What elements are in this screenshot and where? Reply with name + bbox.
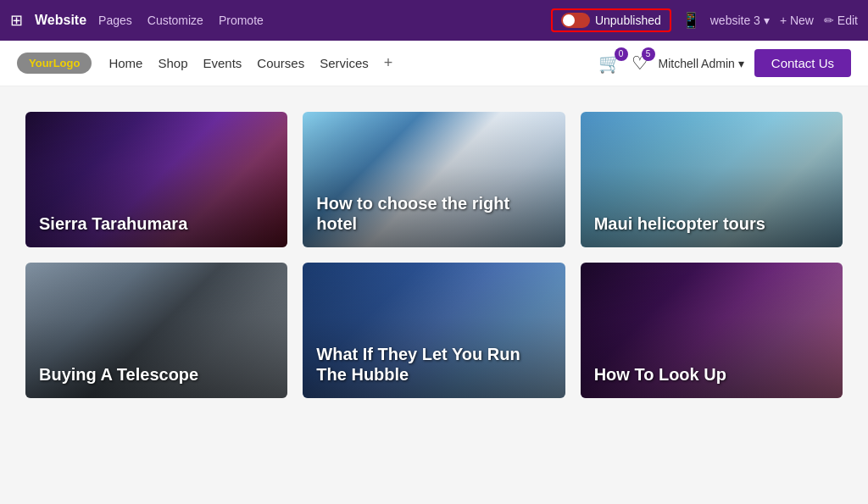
admin-nav: Pages Customize Promote: [98, 14, 264, 27]
add-nav-icon[interactable]: +: [384, 54, 393, 72]
card-title: Sierra Tarahumara: [39, 213, 187, 234]
site-nav-links: Home Shop Events Courses Services +: [108, 54, 392, 72]
site-nav-events[interactable]: Events: [203, 56, 242, 70]
card-overlay: Buying A Telescope: [25, 263, 287, 398]
unpublished-toggle-box[interactable]: Unpublished: [551, 8, 671, 32]
user-name: Mitchell Admin: [659, 57, 735, 70]
contact-us-button[interactable]: Contact Us: [754, 49, 851, 77]
site-nav-courses[interactable]: Courses: [257, 56, 304, 70]
card-item[interactable]: How to choose the right hotel: [303, 112, 565, 247]
site-nav: YourLogo Home Shop Events Courses Servic…: [0, 41, 868, 86]
card-title: How To Look Up: [594, 364, 726, 385]
site-nav-shop[interactable]: Shop: [158, 56, 187, 70]
wishlist-icon-wrap[interactable]: ♡ 5: [632, 53, 648, 75]
publish-toggle[interactable]: [561, 13, 590, 28]
card-item[interactable]: Sierra Tarahumara: [25, 112, 287, 247]
new-button[interactable]: + New: [780, 14, 814, 27]
grid-icon[interactable]: ⊞: [10, 11, 23, 30]
new-label: + New: [780, 14, 814, 27]
chevron-down-icon: ▾: [764, 14, 770, 27]
site-nav-services[interactable]: Services: [320, 56, 369, 70]
nav-right: 🛒 0 ♡ 5 Mitchell Admin ▾ Contact Us: [598, 49, 851, 77]
card-grid: Sierra TarahumaraHow to choose the right…: [25, 112, 843, 398]
logo-logo: Logo: [53, 57, 81, 69]
card-overlay: Maui helicopter tours: [581, 112, 843, 247]
card-item[interactable]: Buying A Telescope: [25, 263, 287, 398]
card-overlay: What If They Let You Run The Hubble: [303, 263, 565, 398]
site-nav-home[interactable]: Home: [108, 56, 142, 70]
cart-badge: 0: [615, 47, 628, 61]
wishlist-badge: 5: [642, 47, 655, 61]
cart-icon-wrap[interactable]: 🛒 0: [598, 53, 621, 75]
card-overlay: Sierra Tarahumara: [25, 112, 287, 247]
card-overlay: How to choose the right hotel: [303, 112, 565, 247]
nav-pages[interactable]: Pages: [98, 14, 132, 27]
website-selector[interactable]: website 3 ▾: [710, 14, 770, 27]
nav-promote[interactable]: Promote: [219, 14, 264, 27]
edit-button[interactable]: ✏ Edit: [824, 14, 858, 27]
nav-customize[interactable]: Customize: [147, 14, 203, 27]
admin-bar: ⊞ Website Pages Customize Promote Unpubl…: [0, 0, 868, 41]
card-item[interactable]: How To Look Up: [581, 263, 843, 398]
device-icon[interactable]: 📱: [682, 11, 700, 30]
site-name: Website: [35, 13, 86, 28]
logo[interactable]: YourLogo: [17, 53, 92, 74]
toggle-knob: [563, 14, 575, 26]
card-overlay: How To Look Up: [581, 263, 843, 398]
admin-bar-left: ⊞ Website Pages Customize Promote: [10, 11, 264, 30]
card-title: How to choose the right hotel: [316, 193, 551, 234]
user-dropdown[interactable]: Mitchell Admin ▾: [659, 57, 744, 70]
card-title: Maui helicopter tours: [594, 213, 765, 234]
website-selector-label: website 3: [710, 14, 760, 27]
card-item[interactable]: Maui helicopter tours: [581, 112, 843, 247]
unpublished-label: Unpublished: [595, 14, 661, 27]
card-title: Buying A Telescope: [39, 364, 198, 385]
card-title: What If They Let You Run The Hubble: [316, 344, 551, 385]
user-chevron-icon: ▾: [738, 57, 744, 70]
logo-your: Your: [29, 57, 53, 69]
content-area: Sierra TarahumaraHow to choose the right…: [0, 86, 868, 504]
edit-label: ✏ Edit: [824, 14, 858, 27]
card-item[interactable]: What If They Let You Run The Hubble: [303, 263, 565, 398]
admin-bar-right: Unpublished 📱 website 3 ▾ + New ✏ Edit: [551, 8, 858, 32]
